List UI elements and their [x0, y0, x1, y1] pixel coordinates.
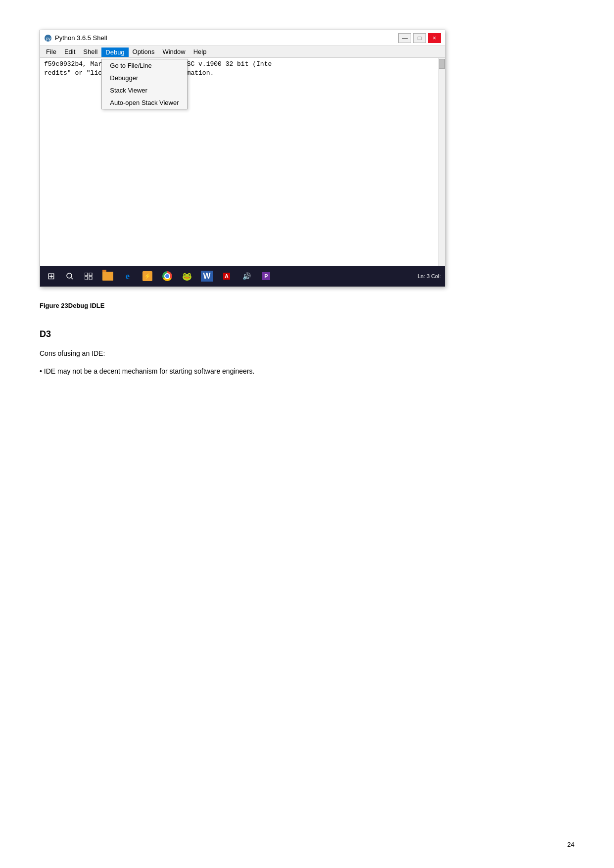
pdf-button[interactable]: A: [218, 267, 236, 285]
task-view-button[interactable]: [80, 267, 97, 285]
menu-edit[interactable]: Edit: [60, 47, 79, 56]
task-view-icon: [85, 273, 93, 280]
power-button[interactable]: ⚡: [139, 267, 156, 285]
edge-button[interactable]: e: [119, 267, 137, 285]
debug-goto-file-line[interactable]: Go to File/Line: [102, 59, 187, 72]
menu-shell[interactable]: Shell: [79, 47, 101, 56]
taskbar: ⊞ e ⚡: [40, 266, 445, 287]
word-button[interactable]: W: [198, 267, 216, 285]
search-icon: [66, 273, 73, 280]
svg-rect-4: [85, 273, 88, 276]
svg-rect-5: [89, 273, 92, 276]
menu-window[interactable]: Window: [158, 47, 189, 56]
window-title: Python 3.6.5 Shell: [55, 34, 107, 42]
maximize-button[interactable]: □: [413, 33, 426, 43]
debug-stack-viewer[interactable]: Stack Viewer: [102, 84, 187, 96]
chrome-button[interactable]: [158, 267, 176, 285]
menu-debug[interactable]: Debug: [101, 48, 128, 57]
minimize-button[interactable]: —: [398, 33, 411, 43]
bullet-item-1: • IDE may not be a decent mechanism for …: [40, 367, 574, 375]
power-icon: ⚡: [142, 271, 152, 281]
svg-line-3: [71, 278, 73, 279]
figure-caption: Figure 23Debug IDLE: [40, 302, 574, 309]
svg-rect-7: [89, 277, 92, 280]
onenote-button[interactable]: P: [257, 267, 275, 285]
menu-debug-wrapper: Debug Go to File/Line Debugger Stack Vie…: [101, 48, 128, 56]
title-bar-left: py Python 3.6.5 Shell: [44, 34, 107, 42]
folder-icon: [102, 272, 113, 281]
onenote-icon: P: [262, 272, 270, 280]
scroll-thumb[interactable]: [439, 59, 445, 69]
sound-icon: 🔊: [242, 272, 251, 280]
debug-debugger[interactable]: Debugger: [102, 72, 187, 84]
title-bar-controls: — □ ×: [398, 33, 441, 43]
frog-button[interactable]: 🐸: [178, 267, 196, 285]
close-button[interactable]: ×: [428, 33, 441, 43]
shell-content: f59c0932b4, Mar 28 2018, 16:07:46) [MSC …: [40, 58, 445, 266]
debug-auto-open-stack[interactable]: Auto-open Stack Viewer: [102, 96, 187, 109]
svg-point-2: [67, 273, 72, 278]
svg-text:py: py: [46, 36, 51, 41]
python-icon: py: [44, 34, 52, 42]
edge-icon: e: [126, 271, 130, 282]
scrollbar-right[interactable]: [438, 58, 445, 266]
sound-button[interactable]: 🔊: [237, 267, 255, 285]
debug-dropdown: Go to File/Line Debugger Stack Viewer Au…: [101, 59, 187, 109]
menu-help[interactable]: Help: [189, 47, 211, 56]
word-icon: W: [201, 271, 212, 282]
svg-rect-6: [85, 277, 88, 280]
menu-bar: File Edit Shell Debug Go to File/Line De…: [40, 46, 445, 58]
file-explorer-button[interactable]: [99, 267, 117, 285]
windows-button[interactable]: ⊞: [42, 267, 60, 285]
title-bar: py Python 3.6.5 Shell — □ ×: [40, 30, 445, 46]
menu-options[interactable]: Options: [129, 47, 159, 56]
section-heading: D3: [40, 329, 574, 339]
python-idle-window: py Python 3.6.5 Shell — □ × File Edit Sh…: [40, 30, 445, 287]
menu-file[interactable]: File: [42, 47, 60, 56]
frog-icon: 🐸: [182, 272, 192, 281]
chrome-icon: [162, 271, 172, 281]
taskbar-right-text: Ln: 3 Col:: [418, 273, 443, 279]
page-number: 24: [567, 841, 574, 848]
pdf-icon: A: [223, 273, 230, 280]
intro-text: Cons ofusing an IDE:: [40, 349, 574, 357]
search-button[interactable]: [61, 267, 79, 285]
